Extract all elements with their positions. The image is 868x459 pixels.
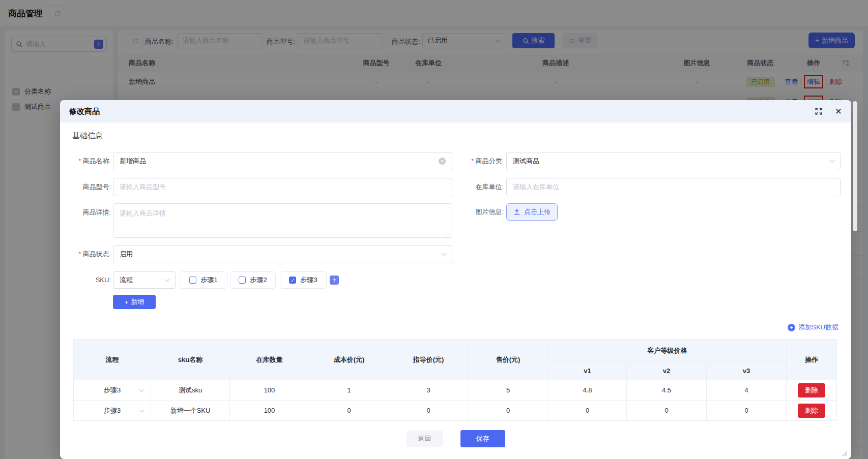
checkbox-unchecked[interactable] — [239, 277, 246, 284]
sku-v3-cell[interactable]: 4 — [707, 380, 787, 401]
add-step-button[interactable]: + — [330, 276, 339, 285]
column-header: v2 — [627, 362, 707, 380]
sku-flow-select[interactable]: 步骤3 — [74, 401, 151, 421]
status-label: *商品状态: — [60, 245, 111, 263]
unit-input[interactable]: 请输入在库单位 — [506, 178, 841, 196]
column-header: 流程 — [74, 340, 151, 380]
chevron-down-icon — [830, 158, 835, 163]
sku-v1-cell[interactable]: 0 — [548, 401, 627, 421]
back-button[interactable]: 返回 — [407, 431, 443, 447]
resize-handle-icon[interactable] — [446, 231, 450, 236]
plus-icon: + — [125, 298, 129, 306]
sku-label: SKU: — [60, 271, 111, 289]
column-header: sku名称 — [151, 340, 230, 380]
sku-flow-value: 流程 — [120, 276, 133, 285]
category-label: *商品分类: — [447, 152, 504, 170]
sku-guide-cell[interactable]: 0 — [389, 401, 468, 421]
modal-header: 修改商品 ✕ — [60, 100, 851, 123]
section-title: 基础信息 — [72, 131, 103, 141]
clear-icon[interactable]: ✕ — [439, 158, 446, 165]
circle-plus-icon: + — [788, 324, 795, 331]
sku-row: 步骤3 测试sku 100 1 3 5 4.8 4.5 4 删除 — [74, 380, 837, 401]
product-name-label: *商品名称: — [60, 152, 111, 170]
sku-v1-cell[interactable]: 4.8 — [548, 380, 627, 401]
product-name-value: 新增商品 — [120, 157, 439, 166]
required-mark: * — [471, 157, 474, 165]
sku-name-cell[interactable]: 新增一个SKU — [151, 401, 230, 421]
chevron-down-icon — [442, 251, 447, 256]
checkbox-unchecked[interactable] — [189, 277, 196, 284]
unit-label: 在库单位: — [447, 178, 504, 196]
close-icon[interactable]: ✕ — [835, 106, 842, 117]
sku-step-checkbox-2[interactable]: 步骤2 — [230, 271, 276, 289]
required-mark: * — [78, 250, 81, 258]
column-group-header: 客户等级价格 — [548, 340, 787, 362]
sku-cost-cell[interactable]: 1 — [309, 380, 389, 401]
status-select[interactable]: 启用 — [113, 245, 452, 263]
chevron-down-icon — [139, 407, 144, 412]
save-button[interactable]: 保存 — [460, 430, 505, 447]
chevron-down-icon — [139, 387, 144, 392]
column-header: 在库数量 — [230, 340, 309, 380]
required-mark: * — [78, 157, 81, 165]
edit-product-modal: 修改商品 ✕ 基础信息 *商品名称: 新增商品 ✕ *商品分类: 测试商品 商品… — [60, 100, 851, 459]
sku-stock-cell[interactable]: 100 — [230, 401, 309, 421]
sku-step-checkbox-3[interactable]: ✓ 步骤3 — [280, 271, 327, 289]
column-header: 操作 — [787, 340, 837, 380]
add-sku-data-link[interactable]: + 添加SKU数据 — [788, 323, 838, 332]
scrollbar-thumb[interactable] — [853, 101, 857, 231]
sku-stock-cell[interactable]: 100 — [230, 380, 309, 401]
sku-v3-cell[interactable]: 0 — [707, 401, 787, 421]
sku-v2-cell[interactable]: 4.5 — [627, 380, 707, 401]
category-select[interactable]: 测试商品 — [506, 152, 841, 170]
detail-textarea[interactable]: 请输入商品详情 — [113, 203, 452, 238]
upload-button[interactable]: 点击上传 — [506, 203, 558, 221]
column-header: v1 — [548, 362, 627, 380]
step-label: 步骤3 — [300, 276, 317, 285]
category-value: 测试商品 — [513, 157, 539, 166]
status-value: 启用 — [120, 250, 133, 259]
upload-icon — [513, 208, 520, 216]
unit-placeholder: 请输入在库单位 — [513, 182, 559, 192]
product-name-input[interactable]: 新增商品 ✕ — [113, 152, 452, 170]
sku-flow-select[interactable]: 步骤3 — [74, 380, 151, 401]
detail-placeholder: 请输入商品详情 — [120, 209, 166, 217]
image-label: 图片信息: — [447, 203, 504, 221]
sku-guide-cell[interactable]: 3 — [389, 380, 468, 401]
sku-v2-cell[interactable]: 0 — [627, 401, 707, 421]
sku-flow-select[interactable]: 流程 — [113, 271, 176, 289]
sku-name-cell[interactable]: 测试sku — [151, 380, 230, 401]
column-header: 售价(元) — [468, 340, 548, 380]
sku-step-checkbox-1[interactable]: 步骤1 — [180, 271, 227, 289]
modal-title: 修改商品 — [69, 107, 100, 116]
sku-cost-cell[interactable]: 0 — [309, 401, 389, 421]
column-header: v3 — [707, 362, 787, 380]
fullscreen-icon[interactable] — [815, 107, 823, 115]
modal-resize-handle[interactable] — [842, 450, 848, 456]
detail-label: 商品详情: — [60, 203, 111, 222]
step-label: 步骤1 — [200, 276, 217, 285]
chevron-down-icon — [165, 277, 170, 282]
model-label: 商品型号: — [60, 178, 111, 196]
delete-sku-button[interactable]: 删除 — [798, 404, 825, 418]
model-placeholder: 请输入商品型号 — [120, 182, 166, 192]
model-input[interactable]: 请输入商品型号 — [113, 178, 452, 196]
sku-price-cell[interactable]: 5 — [468, 380, 548, 401]
sku-table: 流程 sku名称 在库数量 成本价(元) 指导价(元) 售价(元) 客户等级价格… — [73, 339, 837, 421]
sku-row: 步骤3 新增一个SKU 100 0 0 0 0 0 0 删除 — [74, 401, 837, 421]
delete-sku-button[interactable]: 删除 — [798, 383, 825, 397]
column-header: 成本价(元) — [309, 340, 389, 380]
add-sku-row-button[interactable]: + 新增 — [113, 295, 156, 309]
checkbox-checked[interactable]: ✓ — [289, 277, 296, 284]
sku-price-cell[interactable]: 0 — [468, 401, 548, 421]
column-header: 指导价(元) — [389, 340, 468, 380]
step-label: 步骤2 — [250, 276, 267, 285]
